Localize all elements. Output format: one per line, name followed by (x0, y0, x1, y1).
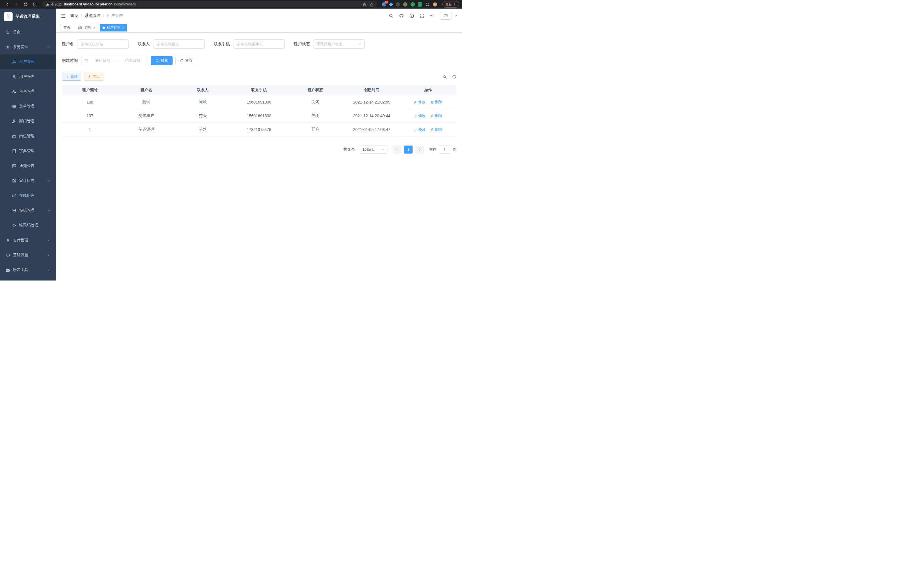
reload-icon[interactable] (23, 2, 28, 7)
puzzle-icon[interactable] (425, 2, 430, 7)
extension-icon[interactable] (389, 2, 393, 7)
goto-page-input[interactable] (439, 146, 450, 153)
code-icon (12, 223, 16, 228)
sidebar-item-audit-log[interactable]: 审计日志 (0, 173, 56, 188)
back-icon[interactable] (5, 2, 10, 7)
extension-icon[interactable] (411, 2, 415, 7)
sidebar-toggle-icon[interactable] (61, 13, 66, 19)
fullscreen-icon[interactable] (419, 13, 424, 18)
prev-page-button[interactable] (393, 146, 401, 153)
user-avatar[interactable] (440, 12, 452, 20)
col-status: 租户状态 (287, 85, 344, 95)
delete-link[interactable]: 删除 (430, 99, 442, 105)
font-size-icon[interactable] (430, 13, 435, 18)
tab-home[interactable]: 首页 (61, 24, 73, 32)
caret-down-icon[interactable] (454, 14, 458, 17)
cell-created: 2021-01-05 17:03:47 (344, 123, 400, 136)
add-button[interactable]: 新增 (62, 73, 81, 81)
breadcrumb-system[interactable]: 系统管理 (85, 13, 100, 18)
chevron-down-icon (47, 209, 50, 212)
sidebar-item-online-users[interactable]: 在线用户 (0, 188, 56, 203)
date-range-picker[interactable]: 开始日期 - 结束日期 (81, 56, 147, 65)
trash-icon (430, 114, 434, 117)
bookmark-star-icon[interactable] (369, 2, 374, 6)
sidebar-item-payment[interactable]: 支付管理 (0, 233, 56, 248)
security-chip[interactable]: 不安全 (46, 2, 62, 7)
tab-label: 租户管理 (106, 25, 120, 30)
sidebar-item-home[interactable]: 首页 (0, 25, 56, 39)
tab-dept[interactable]: 部门管理 × (75, 24, 98, 32)
sidebar-item-tenant[interactable]: 租户管理 (0, 54, 56, 69)
reset-button[interactable]: 重置 (176, 56, 197, 65)
sidebar-item-label: 用户管理 (19, 74, 34, 79)
extension-badge: 10 (385, 1, 388, 4)
sidebar-item-dept[interactable]: 部门管理 (0, 114, 56, 129)
page-size-select[interactable]: 10条/页 (360, 146, 387, 153)
extension-icon[interactable] (418, 2, 422, 7)
gear-icon (6, 45, 10, 49)
cell-contact: 芋艿 (175, 123, 231, 136)
extension-icon[interactable] (403, 2, 407, 7)
extension-icon[interactable] (396, 2, 400, 7)
sidebar-item-error-code[interactable]: 错误码管理 (0, 218, 56, 233)
help-icon[interactable] (409, 13, 414, 18)
sidebar-item-dict[interactable]: 字典管理 (0, 144, 56, 158)
edit-link[interactable]: 修改 (414, 99, 425, 105)
sidebar-item-user[interactable]: 用户管理 (0, 69, 56, 84)
breadcrumb-home[interactable]: 首页 (70, 13, 78, 18)
date-end-placeholder: 结束日期 (121, 58, 144, 63)
update-button[interactable]: 更新 (442, 1, 459, 8)
sidebar-item-menu[interactable]: 菜单管理 (0, 99, 56, 114)
security-label: 不安全 (51, 2, 62, 7)
refresh-icon[interactable] (452, 75, 456, 79)
browser-home-icon[interactable] (33, 2, 37, 7)
plus-icon (65, 75, 69, 79)
contact-label: 联系人 (138, 41, 150, 47)
close-icon[interactable]: × (122, 26, 124, 29)
status-select[interactable]: 请选择租户状态 (313, 39, 364, 49)
extension-icon[interactable]: 10 (382, 2, 386, 7)
search-button[interactable]: 搜索 (151, 56, 172, 65)
sidebar-item-label: 系统管理 (13, 44, 28, 50)
chevron-down-icon (47, 268, 50, 272)
edit-link[interactable]: 修改 (414, 127, 425, 132)
page-size-value: 10条/页 (363, 147, 375, 152)
search-icon[interactable] (388, 13, 394, 18)
export-button[interactable]: 导出 (84, 73, 104, 81)
sidebar-item-devtools[interactable]: 研发工具 (0, 262, 56, 277)
tab-tenant[interactable]: 租户管理 × (100, 24, 127, 32)
browser-profile-avatar[interactable] (433, 2, 437, 7)
sidebar-item-role[interactable]: 角色管理 (0, 84, 56, 99)
sidebar-item-label: 租户管理 (19, 59, 34, 64)
edit-link[interactable]: 修改 (414, 113, 425, 118)
page-number-1[interactable]: 1 (404, 146, 412, 153)
contact-input[interactable] (153, 39, 205, 49)
sidebar-item-notice[interactable]: 通知公告 (0, 158, 56, 173)
cell-contact: 秃头 (175, 109, 231, 123)
share-icon[interactable] (363, 2, 367, 6)
page-unit-label: 页 (453, 147, 456, 152)
briefcase-icon (12, 134, 16, 138)
sidebar-item-infra[interactable]: 基础设施 (0, 248, 56, 262)
sidebar-item-label: 通知公告 (19, 163, 34, 168)
cell-contact: 测试 (175, 95, 231, 109)
sidebar-item-system[interactable]: 系统管理 (0, 39, 56, 54)
tenant-name-input[interactable] (77, 39, 129, 49)
toggle-search-icon[interactable] (442, 75, 447, 79)
sidebar-item-sms[interactable]: 短信管理 (0, 203, 56, 218)
address-bar[interactable]: 不安全 dashboard.yudao.iocoder.cn/system/te… (42, 1, 377, 8)
delete-link[interactable]: 删除 (430, 127, 442, 132)
forward-icon[interactable] (14, 2, 19, 7)
sidebar-item-label: 在线用户 (19, 193, 34, 198)
close-icon[interactable]: × (93, 26, 95, 29)
github-icon[interactable] (399, 13, 404, 18)
calendar-icon (84, 59, 88, 63)
next-page-button[interactable] (416, 146, 424, 153)
mobile-input[interactable] (233, 39, 285, 49)
cell-created: 2021-12-14 21:02:09 (344, 95, 400, 109)
yen-icon (6, 238, 10, 242)
table-header-row: 租户编号 租户名 联系人 联系手机 租户状态 创建时间 操作 (62, 85, 456, 95)
delete-link[interactable]: 删除 (430, 113, 442, 118)
sidebar-item-post[interactable]: 岗位管理 (0, 129, 56, 144)
pen-icon (414, 100, 417, 104)
